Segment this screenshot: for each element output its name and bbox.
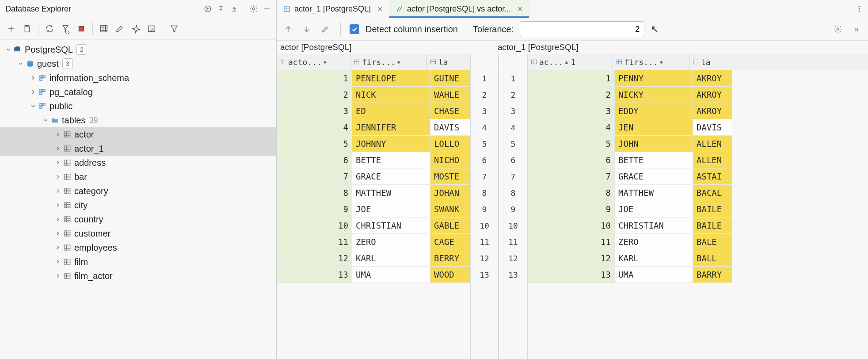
cell-first-name[interactable]: CHRISTIAN xyxy=(615,218,693,234)
tree-item[interactable]: category xyxy=(0,184,276,198)
cell-last-name[interactable]: CHASE xyxy=(430,103,470,119)
tree-item[interactable]: information_schema xyxy=(0,71,276,85)
table-row[interactable]: 4JENDAVIS xyxy=(528,119,868,136)
cell-last-name[interactable]: MOSTE xyxy=(430,168,470,185)
cell-first-name[interactable]: KARL xyxy=(615,250,693,267)
cell-first-name[interactable]: BETTE xyxy=(615,152,693,168)
cell-last-name[interactable]: ALLEN xyxy=(693,136,732,152)
tolerance-input[interactable] xyxy=(520,21,644,37)
tree-item[interactable]: public xyxy=(0,99,276,113)
cell-id[interactable]: 9 xyxy=(277,201,352,218)
tree-item[interactable]: customer xyxy=(0,226,276,241)
cell-id[interactable]: 7 xyxy=(528,168,615,185)
chevron-icon[interactable] xyxy=(54,258,62,266)
table-row[interactable]: 13UMABARRY xyxy=(528,267,868,283)
chevron-icon[interactable] xyxy=(42,116,49,124)
tree-item[interactable]: guest3 xyxy=(0,57,276,71)
tree-item[interactable]: address xyxy=(0,156,276,170)
table-row[interactable]: 6BETTEALLEN xyxy=(528,152,868,168)
cell-first-name[interactable]: CHRISTIAN xyxy=(352,218,430,234)
table-row[interactable]: 10CHRISTIANGABLE xyxy=(277,218,470,234)
cell-id[interactable]: 5 xyxy=(528,136,615,152)
cell-id[interactable]: 2 xyxy=(528,87,615,103)
table-row[interactable]: 3EDCHASE xyxy=(277,103,470,119)
cell-id[interactable]: 4 xyxy=(528,119,615,136)
chevron-icon[interactable] xyxy=(4,46,12,53)
cell-first-name[interactable]: PENNY xyxy=(615,70,693,87)
cell-last-name[interactable]: LOLLO xyxy=(430,136,470,152)
cell-first-name[interactable]: MATTHEW xyxy=(352,185,430,201)
cell-id[interactable]: 12 xyxy=(528,250,615,267)
chevron-icon[interactable] xyxy=(29,74,37,82)
chevron-icon[interactable] xyxy=(54,130,62,138)
table-row[interactable]: 5JOHNNYLOLLO xyxy=(277,136,470,152)
chevron-icon[interactable] xyxy=(29,102,37,110)
table-row[interactable]: 10CHRISTIANBAILE xyxy=(528,218,868,234)
grid-icon[interactable] xyxy=(96,21,111,36)
cell-first-name[interactable]: JOE xyxy=(615,201,693,218)
cell-id[interactable]: 11 xyxy=(277,234,352,250)
arrow-up-icon[interactable] xyxy=(282,23,294,35)
cell-first-name[interactable]: UMA xyxy=(352,267,430,283)
collapse-icon[interactable] xyxy=(228,2,241,15)
cell-last-name[interactable]: SWANK xyxy=(430,201,470,218)
chevron-icon[interactable] xyxy=(54,272,62,280)
table-row[interactable]: 8MATTHEWBACAL xyxy=(528,185,868,201)
arrow-down-icon[interactable] xyxy=(301,23,313,35)
cell-last-name[interactable]: GUINE xyxy=(430,70,470,87)
detect-checkbox[interactable] xyxy=(350,24,359,34)
table-row[interactable]: 9JOESWANK xyxy=(277,201,470,218)
cell-id[interactable]: 12 xyxy=(277,250,352,267)
cell-first-name[interactable]: ED xyxy=(352,103,430,119)
chevron-icon[interactable] xyxy=(17,60,25,68)
table-row[interactable]: 2NICKYAKROY xyxy=(528,87,868,103)
chevron-icon[interactable] xyxy=(54,145,62,153)
cell-id[interactable]: 3 xyxy=(277,103,352,119)
console-icon[interactable]: QL xyxy=(144,21,159,36)
cell-last-name[interactable]: JOHAN xyxy=(430,185,470,201)
cell-last-name[interactable]: DAVIS xyxy=(693,119,732,136)
cell-id[interactable]: 8 xyxy=(528,185,615,201)
tree-item[interactable]: PostgreSQL2 xyxy=(0,42,276,57)
cell-id[interactable]: 6 xyxy=(528,152,615,168)
tree[interactable]: PostgreSQL2guest3information_schemapg_ca… xyxy=(0,40,276,359)
cell-id[interactable]: 10 xyxy=(277,218,352,234)
sync-filter-icon[interactable] xyxy=(58,21,73,36)
cell-first-name[interactable]: JOHNNY xyxy=(352,136,430,152)
table-row[interactable]: 1PENNYAKROY xyxy=(528,70,868,87)
col-first-name[interactable]: firs...◆ xyxy=(350,54,427,70)
cell-first-name[interactable]: MATTHEW xyxy=(615,185,693,201)
table-row[interactable]: 1PENELOPEGUINE xyxy=(277,70,470,87)
cell-last-name[interactable]: BARRY xyxy=(693,267,732,283)
chevron-icon[interactable] xyxy=(29,88,37,96)
cell-id[interactable]: 11 xyxy=(528,234,615,250)
cell-last-name[interactable]: CAGE xyxy=(430,234,470,250)
cell-id[interactable]: 10 xyxy=(528,218,615,234)
cell-first-name[interactable]: JEN xyxy=(615,119,693,136)
cell-first-name[interactable]: GRACE xyxy=(615,168,693,185)
edit-icon[interactable] xyxy=(112,21,127,36)
tree-item[interactable]: actor_1 xyxy=(0,141,276,156)
close-icon[interactable]: ✕ xyxy=(517,5,523,13)
tab-actor-1[interactable]: actor_1 [PostgreSQL] ✕ xyxy=(277,0,389,18)
chevron-icon[interactable] xyxy=(54,244,62,252)
cell-first-name[interactable]: JOE xyxy=(352,201,430,218)
tree-item[interactable]: pg_catalog xyxy=(0,85,276,99)
add-target-icon[interactable] xyxy=(201,2,214,15)
cell-id[interactable]: 13 xyxy=(528,267,615,283)
cell-id[interactable]: 1 xyxy=(277,70,352,87)
cell-id[interactable]: 9 xyxy=(528,201,615,218)
cell-last-name[interactable]: WAHLE xyxy=(430,87,470,103)
cell-first-name[interactable]: JENNIFER xyxy=(352,119,430,136)
chevron-icon[interactable] xyxy=(54,173,62,181)
table-row[interactable]: 12KARLBALL xyxy=(528,250,868,267)
table-row[interactable]: 5JOHNALLEN xyxy=(528,136,868,152)
close-icon[interactable]: ✕ xyxy=(377,5,383,13)
chevron-icon[interactable] xyxy=(54,215,62,223)
cell-first-name[interactable]: NICKY xyxy=(615,87,693,103)
cell-last-name[interactable]: BALE xyxy=(693,234,732,250)
cell-last-name[interactable]: BERRY xyxy=(430,250,470,267)
tree-item[interactable]: film xyxy=(0,255,276,269)
copy-icon[interactable] xyxy=(19,21,34,36)
cell-id[interactable]: 8 xyxy=(277,185,352,201)
